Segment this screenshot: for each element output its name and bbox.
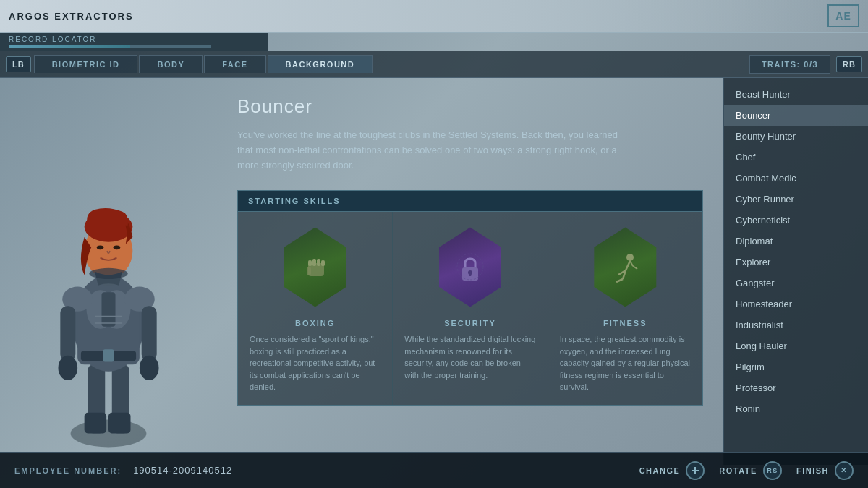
list-item[interactable]: Beast Hunter — [724, 84, 868, 105]
list-item[interactable]: Cyberneticist — [724, 210, 868, 231]
employee-label: EMPLOYEE NUMBER: — [14, 466, 122, 475]
svg-line-40 — [616, 279, 623, 282]
list-item[interactable]: Ronin — [724, 398, 868, 419]
svg-rect-4 — [109, 413, 130, 434]
skill-badge-boxing — [276, 223, 355, 310]
change-button[interactable]: CHANGE — [639, 461, 705, 480]
svg-point-25 — [89, 268, 127, 279]
backgrounds-list: Beast HunterBouncerBounty HunterChefComb… — [723, 78, 868, 465]
subtitle-text: RECORD LOCATOR — [9, 35, 97, 43]
skill-desc-security: While the standardized digital locking m… — [404, 333, 535, 381]
svg-point-15 — [140, 356, 159, 380]
change-label: CHANGE — [639, 466, 681, 475]
background-description: You've worked the line at the toughest c… — [237, 128, 628, 173]
list-item[interactable]: Industrialist — [724, 314, 868, 335]
skill-card-fitness[interactable]: FITNESS In space, the greatest commodity… — [548, 212, 702, 405]
lb-button[interactable]: LB — [6, 56, 31, 72]
security-svg — [452, 249, 488, 285]
badge-fitness-icon — [589, 227, 661, 307]
svg-line-41 — [630, 261, 633, 266]
list-item[interactable]: Bounty Hunter — [724, 126, 868, 147]
character-silhouette — [14, 154, 203, 465]
tab-body[interactable]: BODY — [139, 55, 203, 73]
ae-logo: AE — [827, 4, 859, 27]
list-item[interactable]: Chef — [724, 147, 868, 168]
svg-point-36 — [626, 254, 634, 261]
title-progress — [9, 45, 211, 48]
list-item[interactable]: Pilgrim — [724, 356, 868, 377]
title-bar-left: ARGOS EXTRACTORS — [9, 11, 134, 22]
svg-point-14 — [58, 356, 77, 380]
title-progress-fill — [9, 45, 130, 48]
list-item[interactable]: Cyber Runner — [724, 189, 868, 210]
finish-label: FINISH — [796, 466, 829, 475]
tab-biometric-id[interactable]: BIOMETRIC ID — [34, 55, 138, 73]
svg-rect-13 — [142, 306, 157, 361]
list-item[interactable]: Diplomat — [724, 231, 868, 252]
company-title: ARGOS EXTRACTORS — [9, 11, 134, 22]
svg-rect-3 — [85, 413, 106, 434]
nav-tabs: LB BIOMETRIC ID BODY FACE BACKGROUND TRA… — [0, 51, 868, 78]
list-item[interactable]: Explorer — [724, 252, 868, 273]
svg-rect-27 — [307, 267, 311, 275]
tab-background[interactable]: BACKGROUND — [268, 55, 373, 73]
list-item[interactable]: Long Hauler — [724, 335, 868, 356]
svg-rect-24 — [103, 349, 114, 361]
character-area — [0, 78, 217, 465]
skills-grid: BOXING Once considered a "sport of kings… — [238, 212, 702, 405]
background-title: Bouncer — [237, 95, 703, 118]
skill-card-security[interactable]: SECURITY While the standardized digital … — [393, 212, 548, 405]
top-bar: ARGOS EXTRACTORS AE RECORD LOCATOR — [0, 0, 868, 51]
skill-name-boxing: BOXING — [295, 319, 335, 328]
main-content: Bouncer You've worked the line at the to… — [0, 78, 868, 465]
title-bar: ARGOS EXTRACTORS AE — [0, 0, 868, 33]
skill-desc-boxing: Once considered a "sport of kings," boxi… — [250, 333, 380, 393]
rotate-button[interactable]: ROTATE RS — [719, 461, 782, 480]
tab-face[interactable]: FACE — [204, 55, 265, 73]
svg-rect-28 — [308, 260, 312, 266]
svg-line-42 — [633, 266, 637, 269]
svg-rect-30 — [317, 259, 320, 266]
list-item[interactable]: Professor — [724, 377, 868, 398]
svg-point-19 — [97, 245, 104, 249]
fitness-svg — [605, 247, 645, 287]
rotate-label: ROTATE — [719, 466, 757, 475]
skill-card-boxing[interactable]: BOXING Once considered a "sport of kings… — [238, 212, 393, 405]
list-item[interactable]: Gangster — [724, 273, 868, 294]
bottom-actions: CHANGE ROTATE RS FINISH ✕ — [639, 461, 854, 480]
skill-desc-fitness: In space, the greatest commodity is oxyg… — [560, 333, 691, 393]
finish-icon: ✕ — [835, 461, 854, 480]
list-item[interactable]: Combat Medic — [724, 168, 868, 189]
badge-security-icon — [434, 227, 506, 307]
employee-number: 190514-2009140512 — [133, 465, 232, 476]
svg-rect-34 — [469, 273, 471, 276]
boxing-svg — [297, 249, 333, 285]
tab-traits[interactable]: TRAITS: 0/3 — [749, 55, 830, 74]
svg-rect-9 — [101, 292, 115, 327]
subtitle-bar: RECORD LOCATOR — [0, 33, 268, 51]
skill-badge-security — [430, 223, 510, 310]
svg-rect-12 — [60, 306, 75, 361]
list-item[interactable]: Homesteader — [724, 294, 868, 314]
svg-line-37 — [626, 261, 630, 270]
svg-point-20 — [114, 245, 121, 249]
svg-rect-29 — [312, 259, 316, 266]
skills-header: STARTING SKILLS — [238, 191, 702, 212]
change-icon — [686, 461, 705, 480]
rb-button[interactable]: RB — [836, 56, 862, 72]
skill-name-fitness: FITNESS — [603, 319, 647, 328]
skills-section: STARTING SKILLS — [237, 190, 703, 406]
list-item[interactable]: Bouncer — [724, 105, 868, 126]
svg-rect-31 — [321, 260, 325, 266]
badge-boxing-icon — [279, 227, 352, 307]
finish-button[interactable]: FINISH ✕ — [796, 461, 854, 480]
skill-badge-fitness — [585, 223, 665, 310]
character-svg — [36, 165, 181, 454]
bottom-bar: EMPLOYEE NUMBER: 190514-2009140512 CHANG… — [0, 452, 868, 488]
info-panel: Bouncer You've worked the line at the to… — [217, 78, 723, 465]
skill-name-security: SECURITY — [444, 319, 496, 328]
rotate-icon: RS — [763, 461, 782, 480]
